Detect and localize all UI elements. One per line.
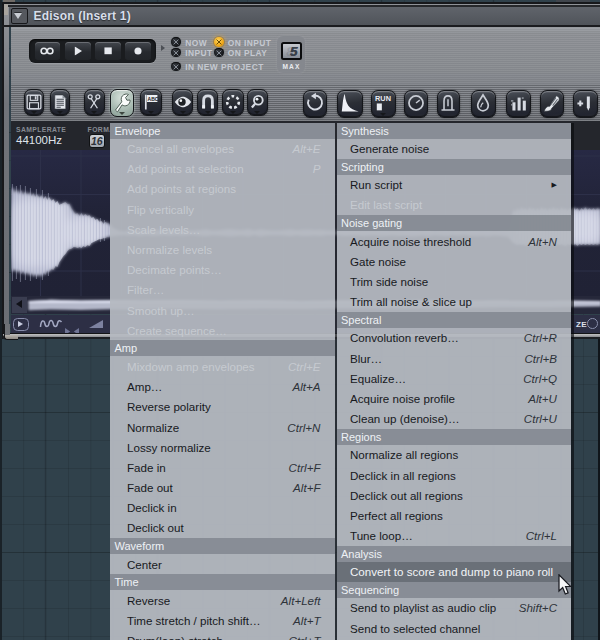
- svg-text:RUN: RUN: [376, 94, 392, 103]
- svg-text:ABC: ABC: [148, 96, 159, 102]
